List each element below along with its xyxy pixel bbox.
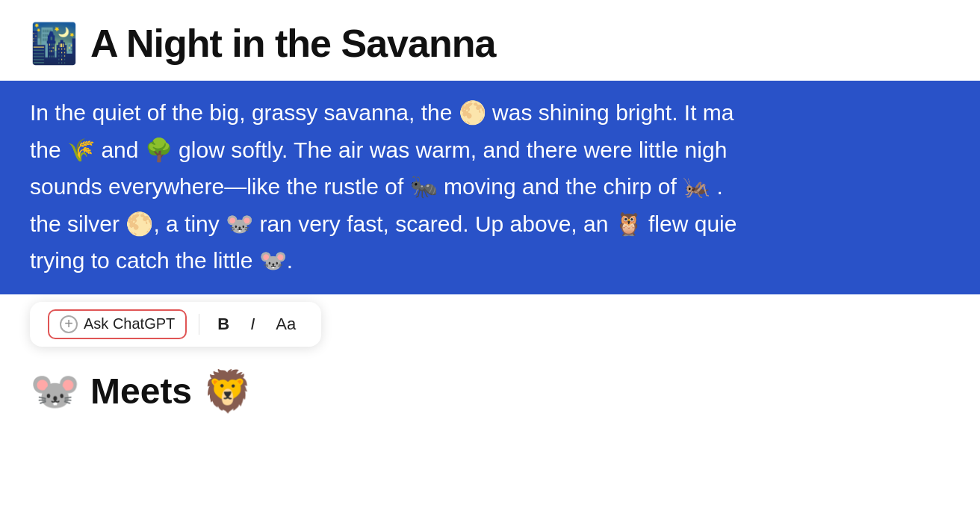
page-container: 🌃 A Night in the Savanna In the quiet of…	[0, 0, 980, 529]
plus-icon: +	[60, 315, 78, 333]
mouse-emoji: 🐭	[30, 368, 80, 415]
title-emoji: 🌃	[30, 24, 78, 63]
story-line4: the silver 🌕, a tiny 🐭 ran very fast, sc…	[30, 211, 736, 236]
italic-button[interactable]: I	[244, 312, 261, 337]
bold-button[interactable]: B	[211, 312, 235, 337]
page-title: A Night in the Savanna	[90, 21, 495, 66]
title-area: 🌃 A Night in the Savanna	[0, 0, 980, 81]
ask-chatgpt-button[interactable]: + Ask ChatGPT	[48, 309, 187, 339]
toolbar: + Ask ChatGPT B I Aa	[30, 302, 321, 347]
story-line1: In the quiet of the big, grassy savanna,…	[30, 100, 734, 125]
meets-label: Meets	[90, 371, 192, 412]
story-text: In the quiet of the big, grassy savanna,…	[30, 94, 950, 279]
story-line5: trying to catch the little 🐭.	[30, 248, 293, 273]
story-line2: the 🌾 and 🌳 glow softly. The air was war…	[30, 137, 727, 162]
story-line3: sounds everywhere—like the rustle of 🐜 m…	[30, 174, 723, 199]
font-size-button[interactable]: Aa	[270, 312, 302, 337]
toolbar-container: + Ask ChatGPT B I Aa	[0, 294, 980, 357]
bottom-section: 🐭 Meets 🦁	[0, 357, 980, 425]
toolbar-divider	[199, 314, 199, 335]
lion-emoji: 🦁	[202, 368, 252, 415]
ask-chatgpt-label: Ask ChatGPT	[84, 315, 175, 332]
highlighted-content: In the quiet of the big, grassy savanna,…	[0, 81, 980, 294]
